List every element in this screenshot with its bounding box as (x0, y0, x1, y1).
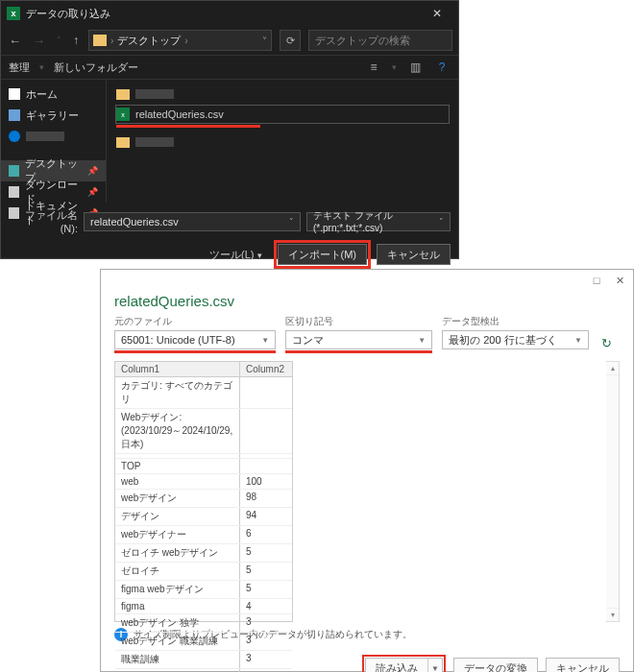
annotation-highlight (114, 350, 276, 353)
scrollbar[interactable]: ▴ ▾ (606, 361, 620, 622)
cell (240, 454, 292, 458)
cell: TOP (115, 459, 240, 473)
cell: 98 (240, 490, 292, 507)
table-row[interactable]: デザイン94 (115, 508, 292, 526)
column-header[interactable]: Column2 (240, 362, 292, 376)
transform-data-button[interactable]: データの変換 (453, 658, 538, 672)
toolbar: 整理 ▾ 新しいフォルダー ≡ ▾ ▥ ? (1, 55, 458, 80)
csv-icon: x (116, 108, 130, 121)
table-row[interactable]: webデザイナー6 (115, 526, 292, 544)
search-placeholder: デスクトップの検索 (315, 34, 410, 48)
back-icon[interactable]: ← (7, 34, 23, 48)
chevron-down-icon[interactable]: ▾ (392, 62, 397, 72)
origin-select[interactable]: 65001: Unicode (UTF-8) ▼ (114, 330, 276, 349)
new-folder-button[interactable]: 新しいフォルダー (54, 60, 138, 75)
cell: デザイン (115, 508, 240, 525)
view-list-icon[interactable]: ≡ (365, 59, 382, 76)
cell: 100 (240, 474, 292, 489)
chevron-down-icon[interactable]: ˅ (289, 217, 294, 227)
pin-icon: 📌 (87, 166, 98, 176)
load-button[interactable]: 読み込み (365, 658, 427, 672)
table-row[interactable]: webデザイン98 (115, 490, 292, 508)
sidebar-item-label: ホーム (26, 87, 58, 102)
load-dropdown-button[interactable]: ▼ (427, 658, 443, 672)
table-row[interactable]: webデザイン 独学3 (115, 614, 292, 633)
table-row[interactable]: 職業訓練3 (115, 651, 292, 669)
chevron-down-icon[interactable]: ˅ (439, 217, 444, 227)
folder-icon (93, 35, 107, 46)
cell (115, 454, 240, 458)
table-row[interactable]: Webデザイン: (2023/10/29～2024/10/29, 日本) (115, 409, 292, 454)
cancel-button[interactable]: キャンセル (546, 658, 620, 672)
cell: webデザイナー (115, 526, 240, 543)
annotation-highlight (116, 125, 260, 128)
sidebar-item-gallery[interactable]: ギャラリー (1, 105, 106, 126)
file-list[interactable]: x relatedQueries.csv (107, 80, 458, 203)
organize-menu[interactable]: 整理 (9, 60, 30, 75)
cell: figma webデザイン (115, 581, 240, 598)
annotation-highlight: 読み込み ▼ (362, 655, 446, 672)
annotation-highlight (285, 350, 432, 353)
import-button[interactable]: インポート(M) (278, 244, 368, 265)
help-icon[interactable]: ? (433, 59, 451, 76)
folder-icon (116, 89, 130, 100)
sidebar-item-label: ギャラリー (26, 108, 79, 123)
filename-label: ファイル名(N): (9, 208, 78, 234)
close-icon[interactable]: ✕ (422, 3, 452, 24)
chevron-right-icon[interactable]: › (110, 36, 113, 46)
pin-icon: 📌 (87, 187, 98, 197)
address-bar[interactable]: › デスクトップ › ˅ (88, 30, 272, 51)
scroll-down-icon[interactable]: ▾ (606, 608, 619, 621)
home-icon (9, 88, 20, 100)
table-row[interactable]: カテゴリ: すべてのカテゴリ (115, 377, 292, 409)
list-item[interactable] (116, 133, 449, 151)
filename-input[interactable]: relatedQueries.csv ˅ (84, 212, 301, 231)
up-icon[interactable]: ↑ (71, 34, 81, 47)
list-item-selected[interactable]: x relatedQueries.csv (116, 106, 449, 123)
chevron-down-icon: ▼ (418, 336, 426, 345)
table-row[interactable]: webデザイン 職業訓練3 (115, 633, 292, 651)
delimiter-select[interactable]: コンマ ▼ (285, 330, 432, 349)
nav-bar: ← → ˅ ↑ › デスクトップ › ˅ ⟳ デスクトップの検索 (1, 26, 458, 55)
table-row[interactable]: ゼロイチ5 (115, 563, 292, 581)
chevron-right-icon[interactable]: › (184, 36, 187, 46)
sidebar-item-home[interactable]: ホーム (1, 84, 106, 105)
search-input[interactable]: デスクトップの検索 (308, 30, 452, 51)
dialog-title: relatedQueries.csv (101, 291, 633, 315)
table-row[interactable]: figma webデザイン5 (115, 581, 292, 599)
refresh-icon[interactable]: ⟳ (280, 30, 301, 51)
table-row[interactable]: web100 (115, 474, 292, 490)
recent-chevron-icon[interactable]: ˅ (55, 36, 63, 45)
tools-menu[interactable]: ツール(L) ▾ (209, 248, 262, 262)
detect-select[interactable]: 最初の 200 行に基づく ▼ (442, 330, 589, 349)
sidebar-item-cloud[interactable] (1, 126, 106, 147)
breadcrumb[interactable]: デスクトップ (117, 34, 181, 48)
table-row[interactable]: figma4 (115, 599, 292, 614)
cell: web (115, 474, 240, 489)
preview-icon[interactable]: ▥ (406, 59, 424, 76)
table-row[interactable]: TOP (115, 459, 292, 474)
table-row[interactable]: ゼロイチ webデザイン5 (115, 544, 292, 563)
cell: webデザイン 独学 (115, 614, 240, 632)
filetype-select[interactable]: テキスト ファイル (*.prn;*.txt;*.csv) ˅ (306, 212, 451, 231)
cell (240, 409, 292, 453)
chevron-down-icon: ▼ (261, 336, 269, 345)
cell: ゼロイチ webデザイン (115, 544, 240, 562)
chevron-down-icon[interactable]: ˅ (262, 36, 267, 46)
scroll-up-icon[interactable]: ▴ (606, 362, 619, 375)
cell: 94 (240, 508, 292, 525)
column-header[interactable]: Column1 (115, 362, 240, 376)
close-icon[interactable]: ✕ (610, 272, 629, 289)
forward-icon: → (31, 34, 47, 48)
refresh-icon[interactable]: ↻ (601, 336, 617, 351)
list-item[interactable] (116, 85, 449, 103)
cell: ゼロイチ (115, 563, 240, 580)
maximize-icon[interactable]: □ (587, 272, 606, 289)
power-query-preview-dialog: □ ✕ relatedQueries.csv 元のファイル 65001: Uni… (100, 269, 634, 672)
redacted-label (26, 132, 64, 141)
cell: 職業訓練 (115, 651, 240, 668)
cell: webデザイン (115, 490, 240, 507)
cell: 4 (240, 599, 292, 613)
cell: 3 (240, 614, 292, 632)
cancel-button[interactable]: キャンセル (377, 244, 451, 265)
